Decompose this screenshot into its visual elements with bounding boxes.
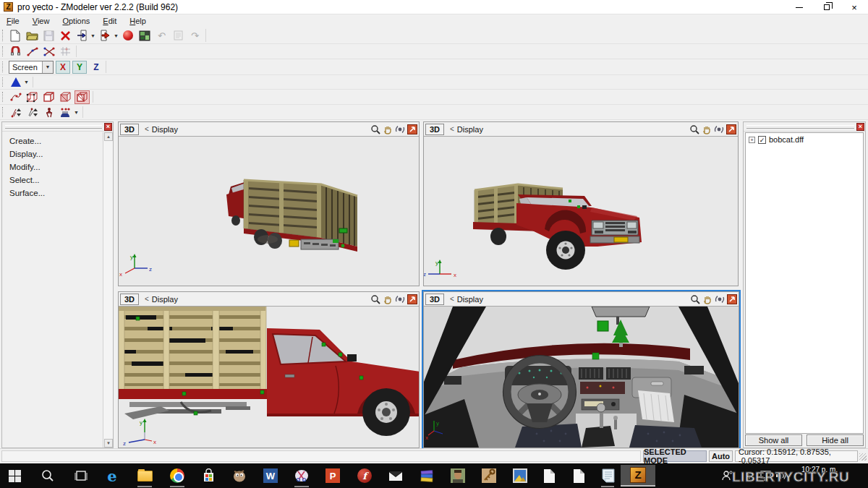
scene-nodes-button[interactable] bbox=[58, 106, 73, 119]
magnet-tool-button[interactable] bbox=[8, 45, 23, 59]
maximize-viewport-button[interactable] bbox=[407, 294, 417, 304]
objects-mode-button[interactable] bbox=[75, 90, 90, 104]
viewport-3d-canvas-front[interactable]: y z x bbox=[424, 137, 738, 286]
menu-options[interactable]: Options bbox=[56, 15, 96, 27]
sidebar-item-create[interactable]: Create... bbox=[2, 134, 113, 147]
save-button[interactable] bbox=[41, 29, 56, 43]
texture-browser-button[interactable] bbox=[137, 29, 153, 43]
viewport-3d-canvas-side[interactable]: y z x bbox=[119, 307, 419, 448]
axis-x-toggle[interactable]: X bbox=[56, 61, 70, 74]
taskbar-photos[interactable] bbox=[511, 467, 529, 484]
axis-z-toggle[interactable]: Z bbox=[89, 61, 103, 74]
orbit-icon[interactable] bbox=[713, 294, 726, 305]
viewport-3d-canvas-interior[interactable]: y x bbox=[424, 307, 739, 448]
redo-button[interactable]: ↷ bbox=[187, 29, 203, 43]
log-button[interactable] bbox=[171, 29, 186, 43]
maximize-viewport-button[interactable] bbox=[726, 124, 736, 134]
taskbar-store[interactable] bbox=[200, 467, 217, 484]
zoom-icon[interactable] bbox=[689, 294, 701, 305]
export-button[interactable] bbox=[98, 29, 113, 43]
toolbar-grip[interactable] bbox=[2, 107, 4, 117]
scroll-down-arrow[interactable]: ▼ bbox=[104, 439, 113, 448]
menu-edit[interactable]: Edit bbox=[96, 15, 123, 27]
taskbar-word[interactable]: W bbox=[262, 467, 279, 484]
zoom-icon[interactable] bbox=[688, 124, 700, 135]
expand-icon[interactable]: + bbox=[749, 137, 755, 143]
import-dropdown-caret[interactable]: ▼ bbox=[90, 33, 95, 38]
sidebar-item-display[interactable]: Display... bbox=[2, 147, 113, 160]
zoom-icon[interactable] bbox=[369, 294, 381, 305]
maximize-viewport-button[interactable] bbox=[727, 294, 737, 304]
taskbar-file-explorer[interactable] bbox=[136, 467, 153, 484]
pan-hand-icon[interactable] bbox=[700, 124, 712, 135]
weld-vertices-button[interactable] bbox=[25, 45, 40, 59]
viewport-mode-button[interactable]: 3D bbox=[120, 124, 139, 135]
taskbar-gimp[interactable] bbox=[231, 467, 248, 484]
viewport-back-arrow[interactable]: < bbox=[450, 295, 454, 303]
scene-panel-header[interactable]: × bbox=[744, 122, 865, 132]
menu-help[interactable]: Help bbox=[123, 15, 153, 27]
tree-row-bobcat[interactable]: + ✓ bobcat.dff bbox=[746, 133, 863, 146]
level-up-button[interactable] bbox=[8, 106, 23, 119]
menu-view[interactable]: View bbox=[26, 15, 56, 27]
viewport-display-label[interactable]: Display bbox=[152, 295, 178, 304]
pan-hand-icon[interactable] bbox=[381, 294, 393, 305]
task-view-button[interactable] bbox=[72, 467, 90, 484]
snap-grid-button[interactable] bbox=[58, 45, 73, 59]
taskbar-key-tool[interactable] bbox=[480, 467, 498, 484]
commands-panel-close-button[interactable]: × bbox=[104, 123, 112, 131]
show-all-button[interactable]: Show all bbox=[745, 435, 802, 446]
taskbar-winrar[interactable] bbox=[418, 467, 435, 484]
pan-hand-icon[interactable] bbox=[701, 294, 713, 305]
hide-all-button[interactable]: Hide all bbox=[807, 435, 864, 446]
open-file-button[interactable] bbox=[25, 29, 40, 43]
sidebar-item-surface[interactable]: Surface... bbox=[2, 187, 113, 200]
sidebar-item-modify[interactable]: Modify... bbox=[2, 160, 113, 174]
toolbar-grip[interactable] bbox=[2, 77, 4, 87]
restore-button[interactable] bbox=[813, 0, 841, 14]
start-button[interactable] bbox=[6, 467, 23, 484]
commands-panel-header[interactable]: × bbox=[2, 122, 113, 132]
taskbar-zmodeler-active[interactable]: Z bbox=[621, 465, 655, 487]
zoom-icon[interactable] bbox=[369, 124, 381, 135]
viewport-back-arrow[interactable]: < bbox=[145, 125, 149, 133]
toolbar-grip[interactable] bbox=[2, 30, 4, 40]
spline-mode-button[interactable] bbox=[8, 90, 23, 104]
scene-panel-close-button[interactable]: × bbox=[856, 123, 864, 131]
viewport-back-arrow[interactable]: < bbox=[450, 125, 454, 133]
visibility-checkbox[interactable]: ✓ bbox=[758, 136, 766, 144]
status-auto-toggle[interactable]: Auto bbox=[709, 450, 733, 462]
vertices-mode-button[interactable] bbox=[25, 90, 40, 104]
minimize-button[interactable] bbox=[786, 0, 813, 14]
taskbar-notepad[interactable] bbox=[600, 467, 617, 484]
level-down-button[interactable] bbox=[25, 106, 40, 119]
close-button[interactable]: × bbox=[841, 0, 868, 14]
commands-panel-scrollbar[interactable]: ▲ ▼ bbox=[103, 132, 113, 448]
orbit-icon[interactable] bbox=[393, 124, 406, 135]
orbit-icon[interactable] bbox=[712, 124, 725, 135]
viewport-back-arrow[interactable]: < bbox=[145, 295, 149, 303]
viewport-mode-button[interactable]: 3D bbox=[120, 294, 139, 305]
animation-mode-button[interactable] bbox=[41, 106, 56, 119]
sidebar-item-select[interactable]: Select... bbox=[2, 174, 113, 187]
break-vertices-button[interactable] bbox=[41, 45, 56, 59]
import-button[interactable] bbox=[75, 29, 90, 43]
new-file-button[interactable] bbox=[8, 29, 23, 43]
tree-node-label[interactable]: bobcat.dff bbox=[769, 135, 804, 144]
taskbar-edge[interactable]: e bbox=[103, 467, 121, 484]
primitive-dropdown-caret[interactable]: ▼ bbox=[24, 80, 29, 85]
toolbar-grip[interactable] bbox=[2, 46, 4, 56]
viewport-mode-button[interactable]: 3D bbox=[425, 124, 444, 135]
viewport-display-label[interactable]: Display bbox=[457, 295, 483, 304]
taskbar-gta-avatar[interactable] bbox=[449, 467, 467, 484]
axis-y-toggle[interactable]: Y bbox=[72, 61, 87, 74]
taskbar-search-button[interactable] bbox=[39, 467, 56, 484]
pan-hand-icon[interactable] bbox=[381, 124, 393, 135]
export-dropdown-caret[interactable]: ▼ bbox=[114, 33, 119, 38]
edges-mode-button[interactable] bbox=[41, 90, 56, 104]
scroll-up-arrow[interactable]: ▲ bbox=[104, 132, 113, 141]
taskbar-chrome[interactable] bbox=[169, 467, 186, 484]
taskbar-document-2[interactable] bbox=[570, 467, 587, 484]
viewport-display-label[interactable]: Display bbox=[457, 125, 483, 134]
taskbar-document-1[interactable] bbox=[540, 467, 558, 484]
